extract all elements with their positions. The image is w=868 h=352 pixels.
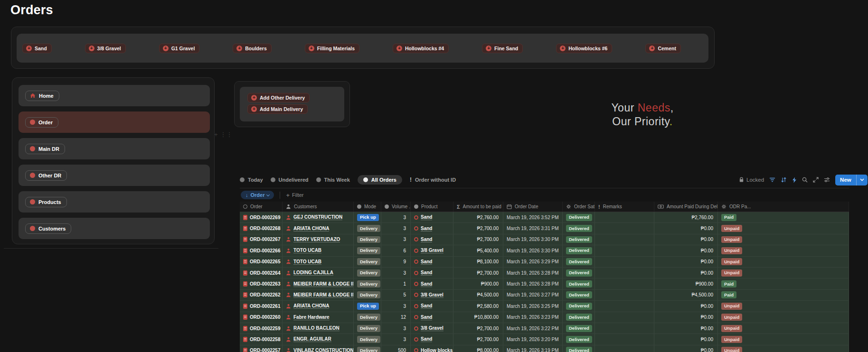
cell-amount[interactable]: ₱2,700.00 — [453, 323, 503, 333]
column-header-order[interactable]: Order — [240, 202, 283, 212]
cell-amount[interactable]: ₱2,700.00 — [453, 223, 503, 233]
block-add-handle[interactable]: + — [214, 131, 218, 138]
cell-order-date[interactable]: March 19, 2026 3:23 PM — [503, 312, 563, 323]
cell-mode[interactable]: Delivery — [354, 268, 381, 278]
cell-order-id[interactable]: ORD-0002264 — [240, 268, 283, 278]
cell-order-status[interactable]: Delivered — [563, 257, 595, 267]
payment-chip[interactable]: Unpaid — [721, 269, 742, 277]
cell-amount[interactable]: ₱900.00 — [453, 278, 503, 289]
status-chip[interactable]: Delivered — [566, 347, 592, 352]
new-dropdown-button[interactable] — [857, 175, 868, 185]
status-chip[interactable]: Delivered — [566, 225, 592, 232]
cell-order-id[interactable]: ORD-0002269 — [240, 212, 283, 222]
payment-chip[interactable]: Unpaid — [721, 325, 742, 332]
cell-volume[interactable]: 1 — [381, 278, 411, 289]
status-chip[interactable]: Delivered — [566, 247, 592, 254]
mode-chip[interactable]: Delivery — [357, 225, 380, 232]
mode-chip[interactable]: Delivery — [357, 269, 380, 277]
mode-chip[interactable]: Delivery — [357, 336, 380, 343]
cell-order-date[interactable]: March 19, 2026 3:52 PM — [503, 212, 563, 222]
cell-amount[interactable]: ₱2,760.00 — [453, 212, 503, 222]
cell-customer[interactable]: MEIBER FARM & LODGE INC. — [283, 290, 354, 300]
table-row[interactable]: ORD-0002258ENGR. AGUILARDelivery3Sand₱2,… — [240, 334, 849, 345]
cell-mode[interactable]: Delivery — [354, 334, 381, 344]
cell-payment-status[interactable]: Unpaid — [718, 257, 849, 267]
table-row[interactable]: ORD-0002263MEIBER FARM & LODGE INC.Deliv… — [240, 278, 849, 289]
status-chip[interactable]: Delivered — [566, 336, 592, 343]
cell-amount-paid[interactable]: ₱0.00 — [654, 301, 718, 311]
cell-mode[interactable]: Delivery — [354, 245, 381, 256]
table-row[interactable]: ORD-0002259RANILLO BACLEONDelivery33/8 G… — [240, 323, 849, 334]
cell-order-date[interactable]: March 19, 2026 3:29 PM — [503, 257, 563, 267]
column-header-customers[interactable]: Customers — [283, 202, 354, 212]
cell-product[interactable]: Sand — [411, 223, 453, 233]
product-add-button-filling-materials[interactable]: +Filling Materials — [305, 44, 359, 53]
new-button[interactable]: New — [835, 175, 868, 185]
cell-order-date[interactable]: March 19, 2026 3:20 PM — [503, 334, 563, 344]
mode-chip[interactable]: Delivery — [357, 247, 380, 254]
payment-chip[interactable]: Unpaid — [721, 303, 742, 310]
payment-chip[interactable]: Unpaid — [721, 225, 742, 232]
toolbar-sort-icon[interactable] — [781, 177, 787, 183]
cell-payment-status[interactable]: Unpaid — [718, 334, 849, 344]
filter-button[interactable]: + Filter — [286, 192, 303, 199]
cell-volume[interactable]: 3 — [381, 323, 411, 333]
tab-order-without-id[interactable]: !Order without ID — [410, 175, 456, 185]
cell-amount[interactable]: ₱2,700.00 — [453, 334, 503, 344]
product-add-button-sand[interactable]: +Sand — [22, 44, 52, 53]
cell-volume[interactable]: 500 — [381, 345, 411, 352]
column-header-amount-paid-during-del[interactable]: Amount Paid During Del... — [654, 202, 718, 212]
cell-customer[interactable]: ENGR. AGUILAR — [283, 334, 354, 344]
cell-remarks[interactable] — [595, 323, 654, 333]
cell-mode[interactable]: Pick up — [354, 212, 381, 222]
tab-this-week[interactable]: This Week — [316, 175, 350, 185]
cell-order-id[interactable]: ORD-0002266 — [240, 245, 283, 256]
product-add-button-fine-sand[interactable]: +Fine Sand — [482, 44, 523, 53]
payment-chip[interactable]: Unpaid — [721, 247, 742, 254]
cell-amount-paid[interactable]: ₱0.00 — [654, 323, 718, 333]
cell-payment-status[interactable]: Unpaid — [718, 268, 849, 278]
status-chip[interactable]: Delivered — [566, 303, 592, 310]
tab-undelivered[interactable]: Undelivered — [271, 175, 309, 185]
cell-mode[interactable]: Delivery — [354, 323, 381, 333]
table-row[interactable]: ORD-0002268ARIATA CHONADelivery3Sand₱2,7… — [240, 223, 849, 234]
cell-remarks[interactable] — [595, 290, 654, 300]
cell-product[interactable]: Sand — [411, 301, 453, 311]
cell-mode[interactable]: Delivery — [354, 290, 381, 300]
cell-volume[interactable]: 3 — [381, 223, 411, 233]
cell-amount-paid[interactable]: ₱0.00 — [654, 234, 718, 245]
product-add-button-hollowblocks-4[interactable]: +Hollowblocks #4 — [393, 44, 449, 53]
cell-customer[interactable]: VINLABZ CONSTRUCTION — [283, 345, 354, 352]
payment-chip[interactable]: Paid — [721, 291, 736, 298]
column-header-volume[interactable]: Volume ... — [381, 202, 411, 212]
cell-volume[interactable]: 6 — [381, 245, 411, 256]
mode-chip[interactable]: Delivery — [357, 280, 380, 287]
cell-volume[interactable]: 3 — [381, 268, 411, 278]
cell-remarks[interactable] — [595, 245, 654, 256]
cell-order-date[interactable]: March 19, 2026 3:31 PM — [503, 223, 563, 233]
column-header-remarks[interactable]: !Remarks — [595, 202, 654, 212]
cell-payment-status[interactable]: Paid — [718, 278, 849, 289]
mode-chip[interactable]: Delivery — [357, 314, 380, 321]
button-add-other-delivery[interactable]: +Add Other Delivery — [247, 93, 310, 102]
column-header-product[interactable]: Product — [411, 202, 453, 212]
cell-amount-paid[interactable]: ₱0.00 — [654, 312, 718, 323]
cell-payment-status[interactable]: Unpaid — [718, 301, 849, 311]
sidebar-item-main-dr[interactable]: Main DR — [19, 138, 210, 159]
cell-volume[interactable]: 9 — [381, 257, 411, 267]
cell-order-date[interactable]: March 19, 2026 3:28 PM — [503, 268, 563, 278]
cell-remarks[interactable] — [595, 223, 654, 233]
cell-remarks[interactable] — [595, 301, 654, 311]
status-chip[interactable]: Delivered — [566, 280, 592, 287]
cell-order-status[interactable]: Delivered — [563, 301, 595, 311]
cell-remarks[interactable] — [595, 268, 654, 278]
cell-order-status[interactable]: Delivered — [563, 234, 595, 245]
status-chip[interactable]: Delivered — [566, 214, 592, 221]
cell-order-status[interactable]: Delivered — [563, 290, 595, 300]
status-chip[interactable]: Delivered — [566, 258, 592, 265]
cell-product[interactable]: Hollow blocks #4 — [411, 345, 453, 352]
toolbar-search-icon[interactable] — [802, 177, 808, 183]
table-row[interactable]: ORD-0002269GEJ CONSTRUCTIONPick up3Sand₱… — [240, 212, 849, 223]
cell-remarks[interactable] — [595, 212, 654, 222]
cell-payment-status[interactable]: Unpaid — [718, 323, 849, 333]
